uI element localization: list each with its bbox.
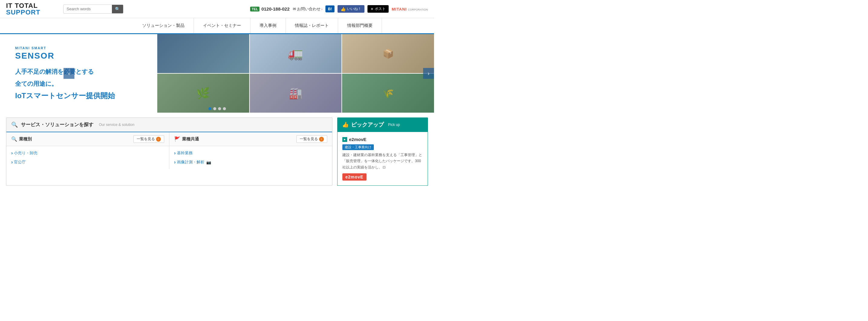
hero-prev-button[interactable]: ‹ <box>63 68 74 79</box>
hero-badge: MITANI SMART <box>15 46 148 50</box>
nav-item-cases[interactable]: 導入事例 <box>250 18 286 33</box>
camera-icon: 📷 <box>206 160 211 165</box>
search-input[interactable] <box>63 5 112 13</box>
col-header-industry: 🔍 業種別 一覧を見る › <box>6 132 169 146</box>
nav-item-events[interactable]: イベント・セミナー <box>194 18 250 33</box>
phone-number: 0120-188-022 <box>261 6 289 11</box>
pickup-item-desc: 建設・建材業の基幹業務を支える「工事管理」と「販売管理」を一体化したパッケージで… <box>342 152 423 170</box>
hero-text1: 人手不足の解消を必要とする <box>15 67 148 76</box>
nav-item-about[interactable]: 情報部門概要 <box>338 18 382 33</box>
pickup-section: 👍 ピックアップ Pick up ► e2movE 建設・工事業向け 建設・建材… <box>337 117 428 186</box>
header-right: TEL 0120-188-022 ✉ お問い合わせ › B! 👍 いいね！ ✕ … <box>250 5 428 13</box>
services-col-common: 🚩 業種共通 一覧を見る › 基幹業務 画像計測・解析 📷 <box>169 132 332 169</box>
hero-image-2 <box>250 34 342 73</box>
pickup-header: 👍 ピックアップ Pick up <box>337 117 428 132</box>
hero-dots <box>208 107 226 110</box>
list-item[interactable]: 小売り・卸売 <box>11 149 164 157</box>
hero-banner: MITANI SMART SENSOR 人手不足の解消を必要とする 全ての用途に… <box>0 34 434 113</box>
pickup-title: ピックアップ <box>351 121 384 128</box>
hero-dot-2[interactable] <box>213 107 216 110</box>
mitani-logo: MITANI CORPORATION <box>392 7 428 11</box>
hero-image-5 <box>250 74 342 113</box>
contact-label: お問い合わせ <box>297 6 320 12</box>
search-button[interactable]: 🔍 <box>112 5 123 13</box>
services-col-industry: 🔍 業種別 一覧を見る › 小売り・卸売 官公庁 <box>6 132 169 169</box>
pickup-item-title: ► e2movE <box>342 137 423 142</box>
view-all-industry-button[interactable]: 一覧を見る › <box>133 135 164 143</box>
hero-image-6 <box>342 74 434 113</box>
phone-icon: TEL <box>250 7 259 11</box>
logo-line1: IT TOTAL <box>6 2 40 9</box>
search-services-icon: 🔍 <box>11 121 18 128</box>
services-header: 🔍 サービス・ソリューションを探す Our service & solution <box>6 118 332 132</box>
b-button[interactable]: B! <box>326 5 335 12</box>
services-grid: 🔍 業種別 一覧を見る › 小売り・卸売 官公庁 <box>6 132 332 169</box>
phone-area: TEL 0120-188-022 <box>250 6 289 11</box>
services-section: 🔍 サービス・ソリューションを探す Our service & solution… <box>6 117 332 186</box>
pickup-badge: 建設・工事業向け <box>342 144 374 150</box>
col-title-common: 🚩 業種共通 <box>174 136 199 142</box>
col-items-industry: 小売り・卸売 官公庁 <box>6 146 169 169</box>
hero-dot-4[interactable] <box>223 107 226 110</box>
industry-label: 業種別 <box>19 137 32 142</box>
logo: IT TOTAL SUPPORT <box>6 2 40 16</box>
pickup-item-name: e2movE <box>349 137 367 142</box>
mitani-corp: CORPORATION <box>408 8 428 11</box>
list-item[interactable]: 画像計測・解析 📷 <box>174 157 328 167</box>
item-label: 画像計測・解析 <box>177 159 205 165</box>
pickup-arrow-icon: ► <box>342 137 347 142</box>
col-title-industry: 🔍 業種別 <box>11 136 32 142</box>
search-area: 🔍 <box>63 4 123 13</box>
pickup-logo: e2movE <box>342 173 423 181</box>
view-all-common-button[interactable]: 一覧を見る › <box>297 135 327 143</box>
view-all-industry-label: 一覧を見る <box>137 137 155 142</box>
logo-line2: SUPPORT <box>6 9 40 16</box>
hero-dot-3[interactable] <box>218 107 221 110</box>
hero-content: MITANI SMART SENSOR 人手不足の解消を必要とする 全ての用途に… <box>0 34 157 113</box>
pickup-subtitle: Pick up <box>388 122 400 127</box>
e2move-logo: e2movE <box>342 173 367 181</box>
thumbs-up-icon: 👍 <box>341 7 346 11</box>
main-nav: ソリューション・製品 イベント・セミナー 導入事例 情報誌・レポート 情報部門概… <box>0 18 434 34</box>
item-label: 小売り・卸売 <box>14 150 37 156</box>
industry-icon: 🔍 <box>11 136 17 142</box>
hero-dot-1[interactable] <box>208 107 211 110</box>
view-all-arrow-icon: › <box>156 137 161 142</box>
x-button[interactable]: ✕ ポスト <box>368 5 389 13</box>
hero-images <box>157 34 434 113</box>
list-item[interactable]: 官公庁 <box>11 157 164 167</box>
pickup-icon: 👍 <box>342 121 349 128</box>
list-item[interactable]: 基幹業務 <box>174 149 328 157</box>
contact-arrow: › <box>321 7 323 11</box>
item-label: 基幹業務 <box>177 150 193 156</box>
mitani-name: MITANI <box>392 7 407 11</box>
x-icon: ✕ <box>371 7 373 11</box>
hero-sensor: SENSOR <box>15 51 148 61</box>
services-title: サービス・ソリューションを探す <box>21 122 93 128</box>
hero-text2: 全ての用途に。 <box>15 79 148 88</box>
hero-image-1 <box>157 34 249 73</box>
main-content: 🔍 サービス・ソリューションを探す Our service & solution… <box>0 113 434 190</box>
view-all-common-arrow-icon: › <box>319 137 324 142</box>
mail-icon: ✉ <box>293 7 296 11</box>
hero-next-button[interactable]: › <box>423 68 434 79</box>
like-button[interactable]: 👍 いいね！ <box>338 5 365 13</box>
header: IT TOTAL SUPPORT 🔍 TEL 0120-188-022 ✉ お問… <box>0 0 434 18</box>
col-items-common: 基幹業務 画像計測・解析 📷 <box>169 146 332 169</box>
contact-link[interactable]: ✉ お問い合わせ › <box>293 6 323 12</box>
view-all-common-label: 一覧を見る <box>300 137 318 142</box>
hero-image-3 <box>342 34 434 73</box>
col-header-common: 🚩 業種共通 一覧を見る › <box>169 132 332 146</box>
hero-image-4 <box>157 74 249 113</box>
item-label: 官公庁 <box>14 159 26 165</box>
nav-item-solutions[interactable]: ソリューション・製品 <box>133 18 194 33</box>
like-label: いいね！ <box>347 6 362 11</box>
common-icon: 🚩 <box>174 136 180 142</box>
pickup-content: ► e2movE 建設・工事業向け 建設・建材業の基幹業務を支える「工事管理」と… <box>337 132 428 186</box>
hero-cta: IoTスマートセンサー提供開始 <box>15 91 148 101</box>
nav-item-reports[interactable]: 情報誌・レポート <box>286 18 338 33</box>
common-label: 業種共通 <box>182 137 199 142</box>
post-label: ポスト <box>375 6 385 11</box>
services-subtitle: Our service & solution <box>99 122 134 127</box>
